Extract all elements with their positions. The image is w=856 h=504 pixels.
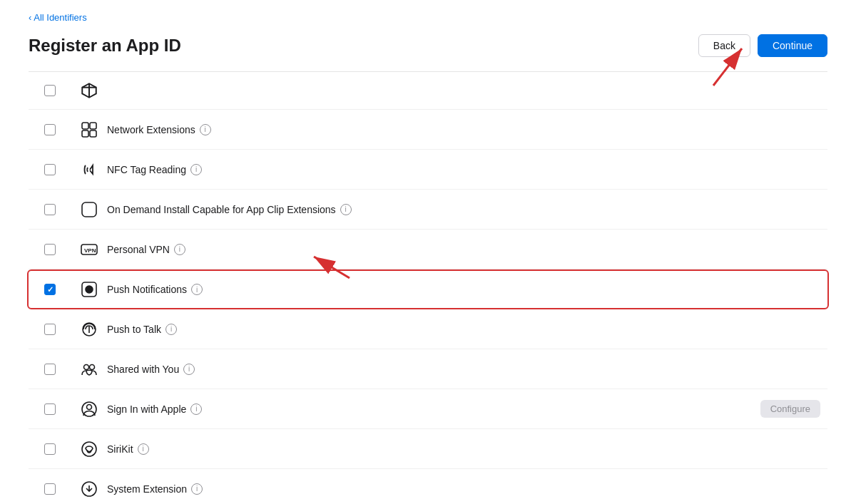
- continue-button[interactable]: Continue: [758, 34, 827, 57]
- sign-in-apple-row: Sign In with Apple i Configure: [29, 389, 827, 429]
- push-to-talk-checkbox[interactable]: [44, 324, 56, 335]
- push-to-talk-name-col: Push to Talk i: [107, 324, 827, 335]
- capability-list: Network Extensions i: [29, 110, 827, 504]
- system-extension-name-col: System Extension i: [107, 483, 827, 495]
- sirikit-info-icon[interactable]: i: [138, 443, 149, 455]
- nfc-name-col: NFC Tag Reading i: [107, 164, 827, 175]
- shared-with-you-name-col: Shared with You i: [107, 364, 827, 375]
- sirikit-label: SiriKit: [107, 443, 133, 455]
- partial-icon: [79, 81, 99, 101]
- sign-in-apple-icon: [79, 399, 99, 419]
- svg-point-14: [90, 364, 95, 369]
- svg-rect-2: [82, 123, 88, 129]
- sign-in-apple-configure-button[interactable]: Configure: [760, 400, 820, 418]
- capability-row: System Extension i: [29, 469, 827, 504]
- push-notifications-row: Push Notifications i: [27, 269, 829, 309]
- nfc-info-icon[interactable]: i: [190, 164, 202, 175]
- system-extension-checkbox[interactable]: [44, 483, 56, 495]
- push-to-talk-info-icon[interactable]: i: [165, 324, 177, 335]
- shared-with-you-info-icon[interactable]: i: [183, 364, 195, 375]
- network-extensions-icon: [79, 120, 99, 140]
- svg-rect-6: [82, 202, 96, 217]
- vpn-label: Personal VPN: [107, 244, 170, 255]
- page-header: Register an App ID Back Continue: [29, 29, 827, 72]
- sign-in-apple-checkbox[interactable]: [44, 403, 56, 415]
- header-buttons: Back Continue: [698, 34, 827, 57]
- push-notifications-info-icon[interactable]: i: [191, 284, 203, 295]
- capability-row: VPN Personal VPN i: [29, 230, 827, 269]
- capability-row: SiriKit i: [29, 429, 827, 469]
- system-extension-icon: [79, 479, 99, 499]
- system-extension-label: System Extension: [107, 483, 187, 495]
- svg-rect-3: [90, 123, 96, 129]
- capability-row: Shared with You i: [29, 349, 827, 389]
- capability-row: Network Extensions i: [29, 110, 827, 150]
- push-to-talk-icon: [79, 319, 99, 339]
- sirikit-icon: [79, 439, 99, 459]
- svg-text:VPN: VPN: [84, 247, 96, 254]
- on-demand-info-icon[interactable]: i: [340, 204, 352, 215]
- shared-with-you-icon: [79, 359, 99, 379]
- svg-point-10: [86, 286, 93, 293]
- sign-in-apple-info-icon[interactable]: i: [190, 403, 202, 415]
- svg-point-13: [84, 364, 89, 369]
- svg-point-17: [82, 442, 96, 456]
- sirikit-checkbox[interactable]: [44, 443, 56, 455]
- on-demand-checkbox[interactable]: [44, 204, 56, 215]
- vpn-info-icon[interactable]: i: [174, 244, 185, 255]
- capability-row: Push to Talk i: [29, 309, 827, 349]
- capability-row: On Demand Install Capable for App Clip E…: [29, 190, 827, 230]
- nfc-icon: [79, 160, 99, 180]
- partial-top-row: [29, 72, 827, 110]
- push-notifications-label: Push Notifications: [107, 284, 187, 295]
- push-notifications-icon: [79, 279, 99, 299]
- svg-point-16: [87, 404, 92, 409]
- sirikit-name-col: SiriKit i: [107, 443, 827, 455]
- vpn-icon: VPN: [79, 240, 99, 259]
- shared-with-you-checkbox[interactable]: [44, 364, 56, 375]
- vpn-name-col: Personal VPN i: [107, 244, 827, 255]
- on-demand-icon: [79, 200, 99, 220]
- system-extension-info-icon[interactable]: i: [191, 483, 203, 495]
- partial-checkbox[interactable]: [44, 85, 56, 96]
- push-to-talk-label: Push to Talk: [107, 324, 161, 335]
- on-demand-label: On Demand Install Capable for App Clip E…: [107, 204, 336, 215]
- network-extensions-label: Network Extensions: [107, 124, 195, 135]
- svg-rect-5: [90, 130, 96, 137]
- sign-in-apple-label: Sign In with Apple: [107, 403, 186, 415]
- capability-row: NFC Tag Reading i: [29, 150, 827, 190]
- on-demand-name-col: On Demand Install Capable for App Clip E…: [107, 204, 827, 215]
- all-identifiers-link[interactable]: ‹ All Identifiers: [29, 12, 87, 23]
- push-notifications-checkbox[interactable]: [44, 284, 56, 295]
- breadcrumb: ‹ All Identifiers: [29, 0, 827, 29]
- network-extensions-info-icon[interactable]: i: [200, 124, 211, 135]
- page-title: Register an App ID: [29, 36, 181, 56]
- network-extensions-checkbox[interactable]: [44, 124, 56, 135]
- network-extensions-name-col: Network Extensions i: [107, 124, 827, 135]
- sign-in-apple-name-col: Sign In with Apple i: [107, 403, 742, 415]
- svg-rect-4: [82, 130, 88, 137]
- vpn-checkbox[interactable]: [44, 244, 56, 255]
- back-button[interactable]: Back: [698, 34, 750, 57]
- shared-with-you-label: Shared with You: [107, 364, 179, 375]
- push-notifications-name-col: Push Notifications i: [107, 284, 827, 295]
- sign-in-apple-configure-col: Configure: [742, 400, 827, 418]
- nfc-label: NFC Tag Reading: [107, 164, 186, 175]
- nfc-checkbox[interactable]: [44, 164, 56, 175]
